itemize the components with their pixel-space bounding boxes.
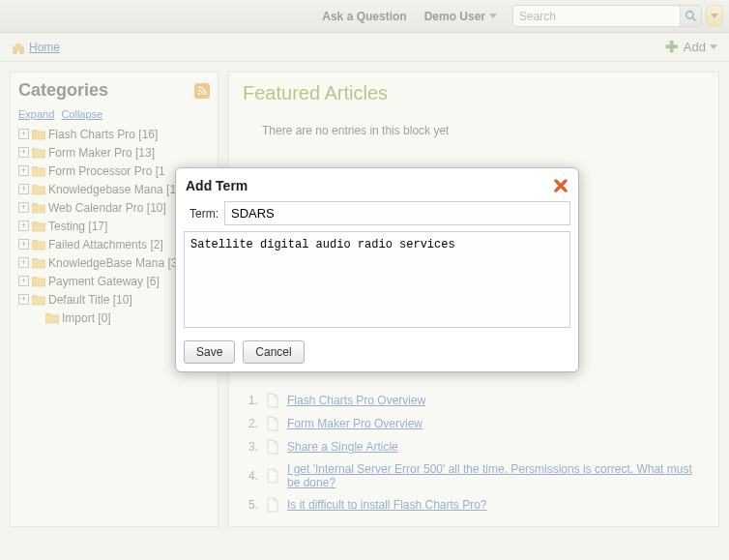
term-input[interactable] — [224, 201, 570, 225]
close-icon — [554, 179, 568, 192]
description-textarea[interactable] — [184, 231, 570, 328]
cancel-button[interactable]: Cancel — [243, 340, 304, 364]
save-button[interactable]: Save — [184, 340, 235, 364]
add-term-dialog: Add Term Term: Save Cancel — [175, 167, 579, 372]
term-label: Term: — [184, 207, 219, 221]
modal-title: Add Term — [186, 178, 248, 193]
close-button[interactable] — [553, 178, 569, 193]
